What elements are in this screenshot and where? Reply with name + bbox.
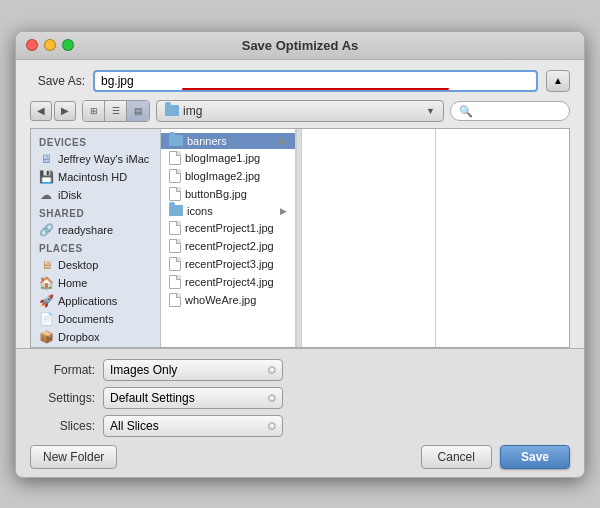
file-icon: [169, 151, 181, 165]
file-name: blogImage2.jpg: [185, 170, 260, 182]
sidebar-label: Documents: [58, 313, 114, 325]
maximize-button[interactable]: [62, 39, 74, 51]
save-button[interactable]: Save: [500, 445, 570, 469]
file-icon: [169, 221, 181, 235]
sidebar-item-documents[interactable]: 📄 Documents: [31, 310, 160, 328]
folder-selector[interactable]: img ▼: [156, 100, 444, 122]
file-name: whoWeAre.jpg: [185, 294, 256, 306]
column-icon: ▤: [134, 106, 143, 116]
slices-select[interactable]: All Slices ⬡: [103, 415, 283, 437]
arrow-icon: ▶: [280, 136, 287, 146]
settings-label: Settings:: [30, 391, 95, 405]
sidebar-item-dropbox[interactable]: 📦 Dropbox: [31, 328, 160, 346]
sidebar-item-readyshare[interactable]: 🔗 readyshare: [31, 221, 160, 239]
sidebar-item-macintosh[interactable]: 💾 Macintosh HD: [31, 168, 160, 186]
file-column-1: banners ▶ blogImage1.jpg blogImage2.jpg …: [161, 129, 296, 347]
settings-chevron-icon: ⬡: [268, 393, 276, 403]
save-as-input-wrap: [93, 70, 538, 92]
save-dialog: Save Optimized As Save As: ▲ ◀ ▶: [15, 31, 585, 478]
file-icon: [169, 187, 181, 201]
sidebar-section-devices: DEVICES: [31, 133, 160, 150]
sidebar-item-idisk[interactable]: ☁ iDisk: [31, 186, 160, 204]
file-item-recentproject1[interactable]: recentProject1.jpg: [161, 219, 295, 237]
sidebar: DEVICES 🖥 Jeffrey Way's iMac 💾 Macintosh…: [31, 129, 161, 347]
file-name: recentProject4.jpg: [185, 276, 274, 288]
current-folder-label: img: [183, 104, 422, 118]
file-column-3: [435, 129, 569, 347]
dialog-title: Save Optimized As: [242, 38, 359, 53]
title-bar: Save Optimized As: [16, 32, 584, 60]
file-icon: [169, 239, 181, 253]
idisk-icon: ☁: [39, 188, 53, 202]
format-select[interactable]: Images Only ⬡: [103, 359, 283, 381]
sidebar-label: Dropbox: [58, 331, 100, 343]
back-button[interactable]: ◀: [30, 101, 52, 121]
format-label: Format:: [30, 363, 95, 377]
dropbox-icon: 📦: [39, 330, 53, 344]
file-icon: [169, 169, 181, 183]
file-item-recentproject2[interactable]: recentProject2.jpg: [161, 237, 295, 255]
settings-select[interactable]: Default Settings ⬡: [103, 387, 283, 409]
applications-icon: 🚀: [39, 294, 53, 308]
close-button[interactable]: [26, 39, 38, 51]
up-arrow-icon: ▲: [553, 75, 563, 86]
sidebar-item-imac[interactable]: 🖥 Jeffrey Way's iMac: [31, 150, 160, 168]
folder-chevron-icon: ▼: [426, 106, 435, 116]
file-item-banners[interactable]: banners ▶: [161, 133, 295, 149]
back-icon: ◀: [37, 105, 45, 116]
sidebar-item-home[interactable]: 🏠 Home: [31, 274, 160, 292]
file-item-blogimage1[interactable]: blogImage1.jpg: [161, 149, 295, 167]
slices-row: Slices: All Slices ⬡: [30, 415, 570, 437]
bottom-buttons: New Folder Cancel Save: [30, 445, 570, 469]
view-list-button[interactable]: ☰: [105, 101, 127, 121]
monitor-icon: 🖥: [39, 152, 53, 166]
forward-button[interactable]: ▶: [54, 101, 76, 121]
file-item-recentproject3[interactable]: recentProject3.jpg: [161, 255, 295, 273]
sidebar-label: Applications: [58, 295, 117, 307]
file-name: recentProject1.jpg: [185, 222, 274, 234]
folder-icon: [169, 205, 183, 216]
view-icon-button[interactable]: ⊞: [83, 101, 105, 121]
slices-chevron-icon: ⬡: [268, 421, 276, 431]
sidebar-item-applications[interactable]: 🚀 Applications: [31, 292, 160, 310]
sidebar-label: Jeffrey Way's iMac: [58, 153, 149, 165]
main-file-area: DEVICES 🖥 Jeffrey Way's iMac 💾 Macintosh…: [30, 128, 570, 348]
format-row: Format: Images Only ⬡: [30, 359, 570, 381]
share-icon: 🔗: [39, 223, 53, 237]
settings-row: Settings: Default Settings ⬡: [30, 387, 570, 409]
search-input[interactable]: [450, 101, 570, 121]
dialog-body: Save As: ▲ ◀ ▶ ⊞: [16, 60, 584, 348]
file-item-buttonbg[interactable]: buttonBg.jpg: [161, 185, 295, 203]
file-name: recentProject2.jpg: [185, 240, 274, 252]
arrow-icon: ▶: [280, 206, 287, 216]
cancel-button[interactable]: Cancel: [421, 445, 492, 469]
view-column-button[interactable]: ▤: [127, 101, 149, 121]
folder-icon: [169, 135, 183, 146]
slices-label: Slices:: [30, 419, 95, 433]
sidebar-item-desktop[interactable]: 🖥 Desktop: [31, 256, 160, 274]
file-item-blogimage2[interactable]: blogImage2.jpg: [161, 167, 295, 185]
sidebar-label: readyshare: [58, 224, 113, 236]
minimize-button[interactable]: [44, 39, 56, 51]
file-item-recentproject4[interactable]: recentProject4.jpg: [161, 273, 295, 291]
window-controls: [26, 39, 74, 51]
file-item-whoweare[interactable]: whoWeAre.jpg: [161, 291, 295, 309]
file-name: recentProject3.jpg: [185, 258, 274, 270]
sidebar-label: Macintosh HD: [58, 171, 127, 183]
documents-icon: 📄: [39, 312, 53, 326]
file-column-2: [302, 129, 435, 347]
file-item-icons[interactable]: icons ▶: [161, 203, 295, 219]
sidebar-label: iDisk: [58, 189, 82, 201]
input-underline: [182, 88, 449, 90]
format-value: Images Only: [110, 363, 177, 377]
settings-value: Default Settings: [110, 391, 195, 405]
new-folder-button[interactable]: New Folder: [30, 445, 117, 469]
sidebar-section-places: PLACES: [31, 239, 160, 256]
sidebar-item-htdocs[interactable]: 📁 htdocs: [31, 346, 160, 347]
file-name: banners: [187, 135, 227, 147]
up-directory-button[interactable]: ▲: [546, 70, 570, 92]
sidebar-label: Desktop: [58, 259, 98, 271]
file-icon: [169, 275, 181, 289]
save-as-label: Save As:: [30, 74, 85, 88]
file-icon: [169, 293, 181, 307]
